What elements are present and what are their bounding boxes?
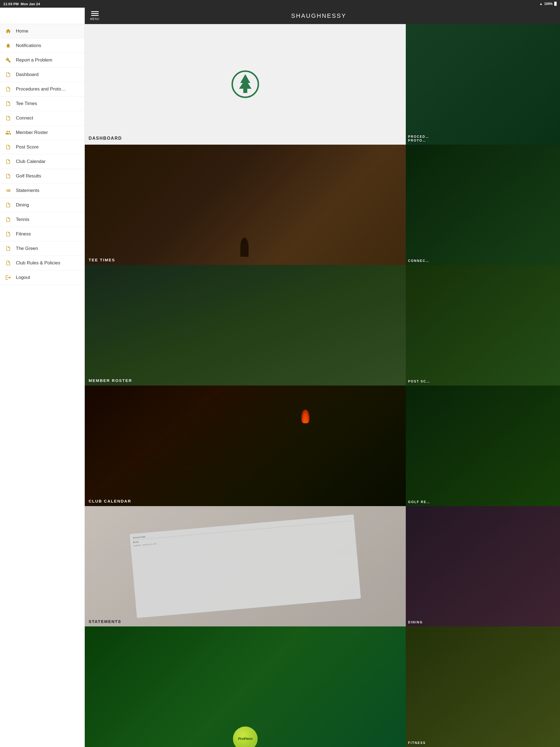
sidebar-doc-icon [5,115,11,121]
sidebar-doc-icon [5,216,11,223]
tile-dashboard[interactable]: DASHBOARD [85,24,406,145]
sidebar-label-statements: Statements [16,188,40,193]
sidebar-item-club-calendar[interactable]: Club Calendar [0,154,84,169]
tile-statements[interactable]: Amount Paid $0.00 Updated - January 01, … [85,506,406,627]
tile-statements-bg: Amount Paid $0.00 Updated - January 01, … [85,506,406,627]
app-container: Home Notifications Report a Problem Dash… [0,8,560,747]
sidebar-item-dashboard[interactable]: Dashboard [0,68,84,82]
sidebar-label-notifications: Notifications [16,43,41,48]
sidebar-item-home[interactable]: Home [0,24,84,38]
tile-clubcalendar[interactable]: CLUB CALENDAR [85,386,406,506]
sidebar-label-dashboard: Dashboard [16,72,39,77]
sidebar-item-notifications[interactable]: Notifications [0,38,84,53]
menu-label: MENU [90,18,99,21]
sidebar-doc-icon [5,173,11,179]
sidebar-doc-icon [5,231,11,237]
sidebar-doc-icon [5,144,11,150]
sidebar-label-club-calendar: Club Calendar [16,159,46,164]
tile-memberroster-bg [85,265,406,386]
sidebar-item-procedures[interactable]: Procedures and Proto… [0,82,84,97]
tile-teetimes-bg [85,145,406,265]
sidebar-doc-icon [5,202,11,208]
sidebar-item-club-rules[interactable]: Club Rules & Policies [0,256,84,271]
tile-clubcalendar-bg [85,386,406,506]
status-time-date: 11:03 PM Mon Jan 24 [3,2,40,6]
tile-fitness-label: FITNESS [408,741,426,745]
tile-teetimes-label: TEE TIMES [88,258,115,262]
tile-teetimes[interactable]: TEE TIMES [85,145,406,265]
sidebar-label-the-green: The Green [16,246,38,251]
tile-clubcalendar-label: CLUB CALENDAR [88,499,131,504]
tile-postscore-label: POST SC… [408,380,430,383]
sidebar-label-home: Home [16,28,28,34]
tile-postscore[interactable]: POST SC… [406,265,560,386]
sidebar-item-statements[interactable]: Statements [0,183,84,198]
club-name: SHAUGHNESSY [291,12,347,19]
sidebar-item-tennis[interactable]: Tennis [0,212,84,227]
tile-connect-label: CONNEC… [408,259,429,263]
sidebar-item-post-score[interactable]: Post Score [0,140,84,154]
sidebar-item-member-roster[interactable]: Member Roster [0,126,84,140]
tile-golfresults-bg [406,386,560,506]
sidebar-item-fitness[interactable]: Fitness [0,227,84,241]
sidebar-label-logout: Logout [16,275,30,280]
tile-fitness[interactable]: FITNESS [406,626,560,747]
sidebar-item-tee-times[interactable]: Tee Times [0,97,84,111]
tile-grid: DASHBOARD TEE TIMES MEMBER ROSTER CLUB C… [85,24,560,747]
dashboard-tree-icon [230,69,260,99]
menu-bar-3 [91,15,99,16]
sidebar-item-golf-results[interactable]: Golf Results [0,169,84,183]
golfer-silhouette [240,238,249,257]
sidebar-label-post-score: Post Score [16,145,39,150]
sidebar-header [0,8,84,24]
sidebar-items: Home Notifications Report a Problem Dash… [0,24,84,285]
sidebar-label-report-problem: Report a Problem [16,57,52,63]
tile-dining-label: DINING [408,620,423,624]
tile-tennis[interactable]: ProPenn [85,626,406,747]
tile-procedures-bg [406,24,560,145]
statement-doc: Amount Paid $0.00 Updated - January 01, … [130,515,361,618]
sidebar-logout-icon [5,274,11,281]
sidebar-item-connect[interactable]: Connect [0,111,84,126]
sidebar-doc-icon [5,86,11,93]
sidebar-item-dining[interactable]: Dining [0,198,84,212]
content-header: MENU SHAUGHNESSY [85,8,560,24]
sidebar-label-club-rules: Club Rules & Policies [16,260,60,266]
tile-procedures-label: PROCED…PROTO… [408,135,429,143]
content-area: MENU SHAUGHNESSY DASHBOARD [85,8,560,747]
tile-dining[interactable]: DINING [406,506,560,627]
sidebar-item-report-problem[interactable]: Report a Problem [0,53,84,68]
sidebar-item-the-green[interactable]: The Green [0,241,84,256]
sidebar-label-tee-times: Tee Times [16,101,37,106]
tile-connect[interactable]: CONNEC… [406,145,560,265]
tile-golfresults-label: GOLF RE… [408,500,430,504]
tile-dashboard-label: DASHBOARD [88,136,122,141]
tile-dining-bg [406,506,560,627]
sidebar-list-icon [5,187,11,194]
menu-button[interactable]: MENU [90,11,99,21]
menu-bar-1 [91,11,99,12]
sidebar-doc-icon [5,100,11,107]
menu-bar-2 [91,13,99,14]
tile-postscore-bg [406,265,560,386]
sidebar-label-dining: Dining [16,202,29,208]
wifi-icon: ▲ [539,2,542,6]
sidebar-bell-icon [5,42,11,49]
tile-connect-bg [406,145,560,265]
tile-memberroster[interactable]: MEMBER ROSTER [85,265,406,386]
battery-icon: ▉ [554,2,557,6]
sidebar-label-procedures: Procedures and Proto… [16,86,66,92]
sidebar-label-golf-results: Golf Results [16,173,41,179]
sidebar-person-icon [5,129,11,136]
sidebar-item-logout[interactable]: Logout [0,271,84,285]
sidebar-doc-icon [5,260,11,266]
sidebar-label-connect: Connect [16,115,33,121]
tile-procedures[interactable]: PROCED…PROTO… [406,24,560,145]
status-icons: ▲ 100% ▉ [539,2,557,6]
sidebar-doc-icon [5,245,11,252]
status-bar: 11:03 PM Mon Jan 24 ▲ 100% ▉ [0,0,560,8]
sidebar-doc-icon [5,158,11,165]
sidebar-label-fitness: Fitness [16,231,31,237]
tile-golfresults[interactable]: GOLF RE… [406,386,560,506]
torch-fire [301,410,309,423]
